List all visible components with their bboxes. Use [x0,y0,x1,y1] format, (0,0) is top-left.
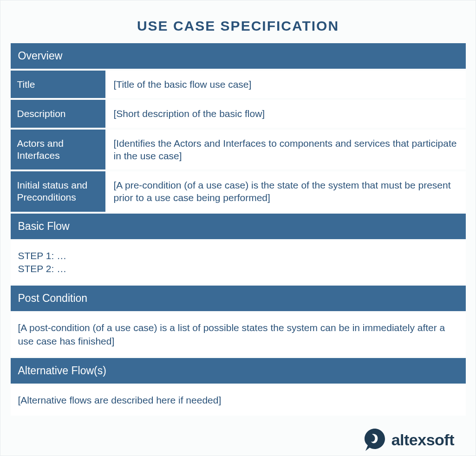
row-value-description: [Short description of the basic flow] [107,100,466,127]
table-row: Title [Title of the basic flow use case] [11,71,466,100]
section-header-alternative-flows: Alternative Flow(s) [11,358,466,385]
section-header-overview: Overview [11,43,466,71]
row-label-preconditions: Initial status and Preconditions [11,171,107,212]
row-value-actors: [Identifies the Actors and Interfaces to… [107,130,466,170]
row-label-actors: Actors and Interfaces [11,130,107,170]
row-label-title: Title [11,71,107,98]
document-title: USE CASE SPECIFICATION [5,18,471,34]
altexsoft-logo-icon [362,427,388,453]
post-condition-content: [A post-condition (of a use case) is a l… [11,313,466,358]
row-value-preconditions: [A pre-condition (of a use case) is the … [107,171,466,212]
row-value-title: [Title of the basic flow use case] [107,71,466,98]
section-header-post-condition: Post Condition [11,286,466,313]
alternative-flows-content: [Alternative flows are described here if… [11,385,466,417]
basic-flow-content: STEP 1: … STEP 2: … [11,241,466,286]
section-header-basic-flow: Basic Flow [11,214,466,241]
brand-logo-text: altexsoft [391,431,454,449]
table-row: Description [Short description of the ba… [11,100,466,129]
brand-logo: altexsoft [362,427,454,453]
table-row: Actors and Interfaces [Identifies the Ac… [11,130,466,172]
row-label-description: Description [11,100,107,127]
spec-table: Overview Title [Title of the basic flow … [11,43,466,417]
table-row: Initial status and Preconditions [A pre-… [11,171,466,214]
